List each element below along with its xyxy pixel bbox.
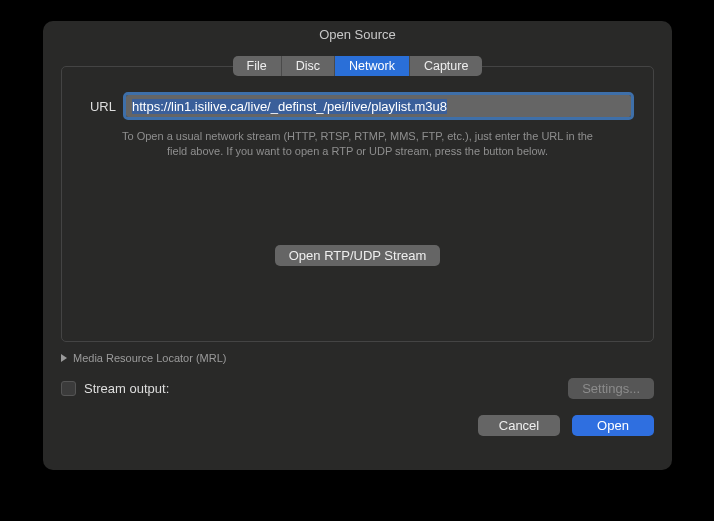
- settings-button[interactable]: Settings...: [568, 378, 654, 399]
- hint-line1: To Open a usual network stream (HTTP, RT…: [122, 130, 593, 142]
- disclosure-triangle-icon: [61, 354, 67, 362]
- mrl-disclosure[interactable]: Media Resource Locator (MRL): [61, 352, 654, 364]
- window-content: File Disc Network Capture URL To Open a …: [43, 46, 672, 470]
- stream-output-checkbox[interactable]: [61, 381, 76, 396]
- network-panel: URL To Open a usual network stream (HTTP…: [61, 66, 654, 342]
- stream-output-label: Stream output:: [84, 381, 169, 396]
- cancel-button[interactable]: Cancel: [478, 415, 560, 436]
- open-rtp-udp-button[interactable]: Open RTP/UDP Stream: [275, 245, 441, 266]
- mrl-label: Media Resource Locator (MRL): [73, 352, 226, 364]
- tab-network[interactable]: Network: [335, 56, 410, 76]
- url-input[interactable]: [126, 95, 631, 117]
- url-label: URL: [84, 99, 116, 114]
- network-hint: To Open a usual network stream (HTTP, RT…: [84, 129, 631, 159]
- tab-disc[interactable]: Disc: [282, 56, 335, 76]
- tab-file[interactable]: File: [233, 56, 282, 76]
- open-source-window: Open Source File Disc Network Capture UR…: [43, 21, 672, 470]
- tab-capture[interactable]: Capture: [410, 56, 482, 76]
- tab-bar: File Disc Network Capture: [61, 56, 654, 76]
- hint-line2: field above. If you want to open a RTP o…: [167, 145, 548, 157]
- open-button[interactable]: Open: [572, 415, 654, 436]
- window-title: Open Source: [43, 21, 672, 46]
